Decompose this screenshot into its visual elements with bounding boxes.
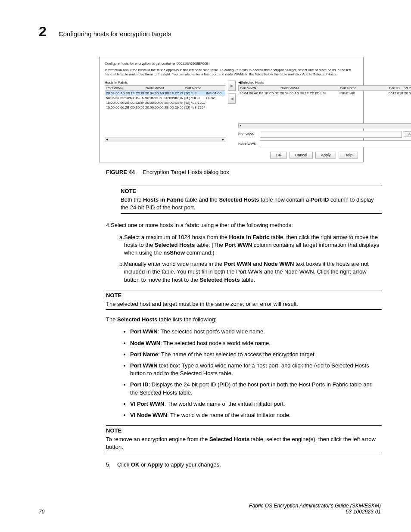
move-left-button[interactable]: ◀ (228, 93, 236, 104)
selected-hosts-label: ◀Selected Hosts (238, 81, 411, 84)
step-4a: a. Select a maximum of 1024 hosts from t… (111, 233, 382, 257)
table-row[interactable]: 10:00:00:06:2B:0D:30:50 20:00:00:06:2B:0… (105, 105, 225, 110)
hosts-in-fabric-table[interactable]: Port WWN Node WWN Port Name 20:04:00:A0:… (105, 85, 225, 142)
page-footer: 70 Fabric OS Encryption Administrator's … (39, 503, 381, 515)
help-button[interactable]: Help (339, 152, 358, 159)
doc-info: Fabric OS Encryption Administrator's Gui… (249, 503, 381, 515)
step-4b: b. Manually enter world wide names in th… (111, 260, 382, 284)
selected-hosts-intro: The Selected Hosts table lists the follo… (106, 316, 382, 324)
dialog-info: Information about the hosts in the fabri… (105, 68, 358, 77)
cancel-button[interactable]: Cancel (290, 152, 313, 159)
move-right-button[interactable]: ▶ (228, 81, 236, 91)
scrollbar[interactable]: ◂▸ (238, 123, 411, 128)
ok-button[interactable]: OK (270, 152, 287, 159)
apply-button[interactable]: Apply (315, 152, 336, 159)
port-wwn-label: Port WWN (238, 132, 258, 136)
node-wwn-label: Node WWN (238, 142, 258, 146)
hosts-in-fabric-label: Hosts in Fabric (105, 81, 225, 84)
table-row[interactable]: 50:06:01:62:10:60:06:3A 50:06:01:60:90:6… (105, 96, 225, 100)
table-row[interactable]: 20:04:00:A0:B8:1F:C5:0F 20:04:00:A0:B8:1… (105, 91, 225, 96)
page-number: 70 (39, 509, 44, 515)
add-button[interactable]: Add (404, 131, 411, 137)
step-4: 4. Select one or more hosts in a fabric … (106, 221, 382, 284)
scrollbar[interactable]: ◂▸ (105, 137, 225, 142)
dialog-title: Configure hosts for encryption target co… (105, 62, 358, 65)
selected-hosts-table[interactable]: Port WWN Node WWN Port Name Port ID VI P… (238, 85, 411, 128)
dialog-screenshot: Configure hosts for encryption target co… (99, 57, 364, 162)
selected-hosts-fields-list: Port WWN: The selected host port's world… (106, 328, 382, 419)
chapter-number: 2 (39, 24, 47, 40)
table-row[interactable]: 20:04:00:A0:B8:1F:C5:0E 20:04:00:A0:B8:1… (238, 91, 411, 96)
node-wwn-input[interactable] (260, 140, 411, 147)
table-row[interactable]: 10:00:00:06:2B:0C:C8:54 20:00:00:06:2B:0… (105, 100, 225, 105)
note-box: NOTE Both the Hosts in Fabric table and … (121, 186, 382, 214)
port-wwn-input[interactable] (260, 131, 402, 138)
figure-caption: FIGURE 44Encryption Target Hosts dialog … (106, 168, 382, 176)
section-title: Configuring hosts for encryption targets (59, 30, 171, 37)
page-header: 2 Configuring hosts for encryption targe… (39, 24, 381, 40)
note-box: NOTE To remove an encryption engine from… (106, 425, 382, 453)
note-box: NOTE The selected host and target must b… (106, 290, 382, 310)
step-5: 5. Click OK or Apply to apply your chang… (106, 461, 382, 469)
